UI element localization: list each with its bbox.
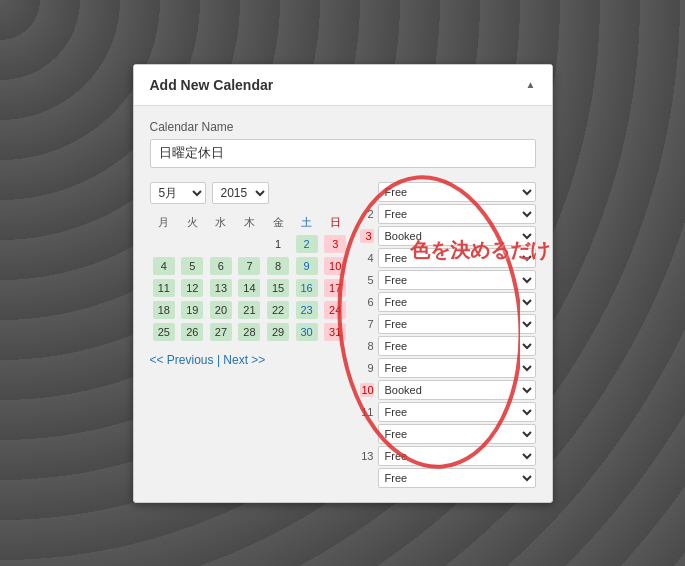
cal-day[interactable]: 13 xyxy=(207,277,236,299)
day-number: 2 xyxy=(360,208,374,220)
cal-day[interactable]: 19 xyxy=(178,299,207,321)
calendar-table: 月 火 水 木 金 土 日 xyxy=(150,212,350,343)
weekday-fri: 金 xyxy=(264,212,293,233)
cal-day[interactable]: 6 xyxy=(207,255,236,277)
day-number: 6 xyxy=(360,296,374,308)
list-item: 2 FreeBookedUnavailable xyxy=(360,204,536,224)
cal-day[interactable]: 7 xyxy=(235,255,264,277)
cal-day[interactable]: 4 xyxy=(150,255,179,277)
cal-day[interactable]: 24 xyxy=(321,299,350,321)
list-item: 6 FreeBookedUnavailable xyxy=(360,292,536,312)
day-number: 8 xyxy=(360,340,374,352)
year-select[interactable]: 201420152016 xyxy=(212,182,269,204)
calendar-left: 1月2月3月4月 5月6月7月8月 9月10月11月12月 2014201520… xyxy=(150,182,350,488)
status-select[interactable]: FreeBookedUnavailable xyxy=(378,226,536,246)
table-row: 1 2 3 xyxy=(150,233,350,255)
cal-day[interactable]: 22 xyxy=(264,299,293,321)
day-number: 9 xyxy=(360,362,374,374)
day-number: 5 xyxy=(360,274,374,286)
panel-body: Calendar Name 1月2月3月4月 5月6月7月8月 9月10月11月… xyxy=(134,106,552,502)
cal-day[interactable]: 15 xyxy=(264,277,293,299)
cal-day[interactable]: 27 xyxy=(207,321,236,343)
status-select[interactable]: FreeBookedUnavailable xyxy=(378,314,536,334)
cal-day[interactable]: 25 xyxy=(150,321,179,343)
month-select[interactable]: 1月2月3月4月 5月6月7月8月 9月10月11月12月 xyxy=(150,182,206,204)
weekday-thu: 木 xyxy=(235,212,264,233)
list-item: 10 FreeBookedUnavailable xyxy=(360,380,536,400)
day-number: 4 xyxy=(360,252,374,264)
cal-day[interactable]: 9 xyxy=(292,255,321,277)
cal-day[interactable]: 10 xyxy=(321,255,350,277)
cal-day[interactable]: 26 xyxy=(178,321,207,343)
list-item: 8 FreeBookedUnavailable xyxy=(360,336,536,356)
weekday-mon: 月 xyxy=(150,212,179,233)
list-item: FreeBookedUnavailable xyxy=(360,468,536,488)
cal-day[interactable]: 8 xyxy=(264,255,293,277)
cal-day[interactable]: 31 xyxy=(321,321,350,343)
cal-day[interactable] xyxy=(235,233,264,255)
weekday-tue: 火 xyxy=(178,212,207,233)
list-item: 4 FreeBookedUnavailable xyxy=(360,248,536,268)
status-select[interactable]: FreeBookedUnavailable xyxy=(378,358,536,378)
table-row: 18 19 20 21 22 23 24 xyxy=(150,299,350,321)
cal-day[interactable]: 5 xyxy=(178,255,207,277)
cal-day[interactable]: 23 xyxy=(292,299,321,321)
cal-day[interactable]: 3 xyxy=(321,233,350,255)
status-select[interactable]: FreeBookedUnavailable xyxy=(378,270,536,290)
cal-day[interactable]: 18 xyxy=(150,299,179,321)
day-number: 13 xyxy=(360,450,374,462)
weekday-sun: 日 xyxy=(321,212,350,233)
calendar-right: 色を決めるだけ FreeBookedUnavailable 2 FreeBook… xyxy=(360,182,536,488)
status-select[interactable]: FreeBookedUnavailable xyxy=(378,182,536,202)
cal-day[interactable] xyxy=(150,233,179,255)
cal-day[interactable] xyxy=(207,233,236,255)
cal-day[interactable]: 12 xyxy=(178,277,207,299)
status-select[interactable]: FreeBookedUnavailable xyxy=(378,380,536,400)
cal-day[interactable]: 20 xyxy=(207,299,236,321)
next-link[interactable]: Next >> xyxy=(223,353,265,367)
list-item: 11 FreeBookedUnavailable xyxy=(360,402,536,422)
status-select[interactable]: FreeBookedUnavailable xyxy=(378,402,536,422)
cal-day[interactable]: 16 xyxy=(292,277,321,299)
table-row: 25 26 27 28 29 30 31 xyxy=(150,321,350,343)
cal-day[interactable]: 17 xyxy=(321,277,350,299)
collapse-icon[interactable]: ▲ xyxy=(526,79,536,90)
status-select[interactable]: FreeBookedUnavailable xyxy=(378,446,536,466)
list-item: 3 FreeBookedUnavailable xyxy=(360,226,536,246)
day-number: 3 xyxy=(360,229,374,243)
add-calendar-panel: Add New Calendar ▲ Calendar Name 1月2月3月4… xyxy=(133,64,553,503)
calendar-area: 1月2月3月4月 5月6月7月8月 9月10月11月12月 2014201520… xyxy=(150,182,536,488)
day-number: 7 xyxy=(360,318,374,330)
status-select[interactable]: FreeBookedUnavailable xyxy=(378,424,536,444)
cal-day[interactable]: 30 xyxy=(292,321,321,343)
prev-link[interactable]: << Previous xyxy=(150,353,214,367)
status-select[interactable]: FreeBookedUnavailable xyxy=(378,292,536,312)
cal-day[interactable] xyxy=(178,233,207,255)
list-item: FreeBookedUnavailable xyxy=(360,424,536,444)
cal-day[interactable]: 1 xyxy=(264,233,293,255)
status-select[interactable]: FreeBookedUnavailable xyxy=(378,204,536,224)
cal-day[interactable]: 11 xyxy=(150,277,179,299)
status-select[interactable]: FreeBookedUnavailable xyxy=(378,336,536,356)
cal-day[interactable]: 28 xyxy=(235,321,264,343)
weekday-sat: 土 xyxy=(292,212,321,233)
table-row: 4 5 6 7 8 9 10 xyxy=(150,255,350,277)
cal-day[interactable]: 2 xyxy=(292,233,321,255)
list-item: 13 FreeBookedUnavailable xyxy=(360,446,536,466)
cal-day[interactable]: 14 xyxy=(235,277,264,299)
month-nav: 1月2月3月4月 5月6月7月8月 9月10月11月12月 2014201520… xyxy=(150,182,350,204)
list-item: FreeBookedUnavailable xyxy=(360,182,536,202)
calendar-name-label: Calendar Name xyxy=(150,120,536,134)
day-number: 10 xyxy=(360,383,374,397)
cal-day[interactable]: 29 xyxy=(264,321,293,343)
list-item: 7 FreeBookedUnavailable xyxy=(360,314,536,334)
weekday-wed: 水 xyxy=(207,212,236,233)
calendar-name-input[interactable] xyxy=(150,139,536,168)
list-item: 9 FreeBookedUnavailable xyxy=(360,358,536,378)
list-item: 5 FreeBookedUnavailable xyxy=(360,270,536,290)
status-select[interactable]: FreeBookedUnavailable xyxy=(378,468,536,488)
cal-day[interactable]: 21 xyxy=(235,299,264,321)
day-number: 11 xyxy=(360,406,374,418)
status-select[interactable]: FreeBookedUnavailable xyxy=(378,248,536,268)
calendar-nav: << Previous | Next >> xyxy=(150,353,350,367)
